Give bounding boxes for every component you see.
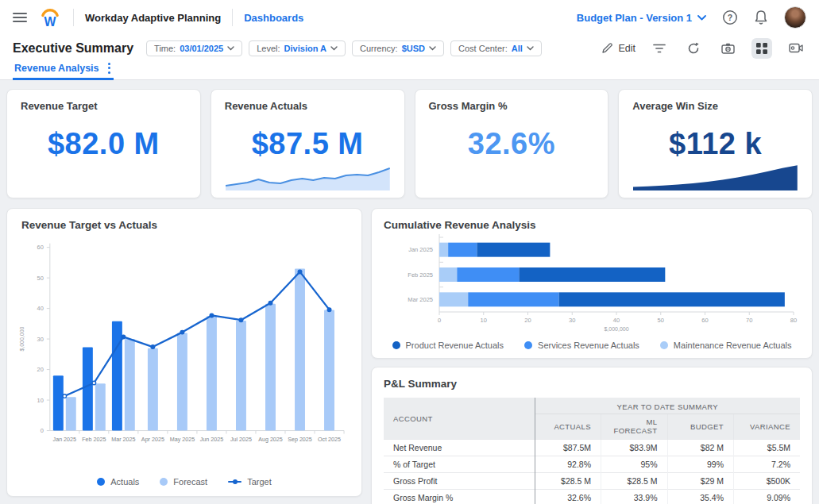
svg-text:20: 20 — [37, 366, 44, 373]
svg-text:May 2025: May 2025 — [170, 437, 195, 443]
kpi-title: Gross Margin % — [429, 100, 595, 112]
value-cell: $82 M — [667, 440, 734, 456]
account-column-header: ACCOUNT — [384, 398, 535, 440]
table-row: % of Target92.8%95%99%7.2% — [384, 456, 800, 473]
value-cell: $5.5M — [734, 440, 801, 456]
svg-text:0: 0 — [438, 317, 441, 324]
svg-text:Oct 2025: Oct 2025 — [318, 437, 341, 443]
legend-item: Actuals — [97, 477, 139, 487]
tab-bar: Revenue Analysis — [0, 61, 819, 80]
legend-label: Target — [247, 477, 272, 487]
target-point — [122, 335, 126, 339]
svg-text:Feb 2025: Feb 2025 — [408, 271, 433, 279]
refresh-icon[interactable] — [683, 38, 704, 59]
toolbar: Executive Summary Time: 03/01/2025 Level… — [0, 35, 819, 61]
pl-summary-card: P&L Summary ACCOUNTYEAR TO DATE SUMMARYA… — [371, 367, 813, 504]
value-cell: 33.9% — [601, 490, 668, 504]
stacked-segment — [559, 292, 785, 306]
table-row: Net Revenue$87.5M$83.9M$82 M$5.5M — [384, 440, 800, 456]
stacked-segment — [477, 243, 550, 257]
edit-button[interactable]: Edit — [601, 42, 635, 54]
legend-line-marker — [228, 481, 241, 483]
page-title: Executive Summary — [13, 41, 133, 56]
filter-time-value: 03/01/2025 — [180, 44, 223, 53]
tab-options-kebab-icon[interactable] — [106, 63, 112, 74]
account-cell: Gross Profit — [384, 473, 535, 490]
kpi-row: Revenue Target $82.0 M Revenue Actuals $… — [6, 89, 813, 198]
value-cell: 9.09% — [734, 490, 801, 504]
divider — [232, 9, 233, 26]
dashboard-content: Revenue Target $82.0 M Revenue Actuals $… — [0, 80, 819, 504]
bar-forecast — [177, 333, 187, 430]
legend-item: Services Revenue Actuals — [524, 340, 639, 350]
target-point — [210, 314, 214, 317]
stacked-segment — [439, 267, 457, 282]
svg-text:$,000,000: $,000,000 — [19, 326, 25, 351]
svg-text:40: 40 — [37, 305, 44, 312]
kpi-card-gross-margin: Gross Margin % 32.6% — [415, 89, 609, 198]
kpi-card-revenue-target: Revenue Target $82.0 M — [6, 89, 201, 198]
svg-text:70: 70 — [746, 317, 752, 324]
bar-forecast — [324, 310, 334, 431]
cumulative-revenue-analysis-card: Cumulative Revenue Analysis 010203040506… — [371, 208, 813, 359]
notifications-icon[interactable] — [754, 10, 768, 25]
legend-item: Product Revenue Actuals — [392, 340, 504, 350]
target-point — [63, 394, 67, 398]
kpi-title: Revenue Actuals — [225, 100, 391, 112]
video-icon[interactable] — [786, 38, 806, 59]
svg-text:50: 50 — [37, 275, 44, 282]
toolbar-actions: Edit — [601, 38, 806, 59]
chevron-down-icon — [227, 46, 234, 51]
cumulative-revenue-analysis-chart: 01020304050607080$,000,000Jan 2025Feb 20… — [384, 231, 800, 339]
svg-text:Feb 2025: Feb 2025 — [82, 437, 106, 443]
bar-forecast — [148, 348, 158, 431]
legend-label: Actuals — [110, 477, 139, 487]
svg-text:Jun 2025: Jun 2025 — [200, 437, 223, 443]
legend-label: Forecast — [173, 477, 207, 487]
filter-time[interactable]: Time: 03/01/2025 — [146, 40, 242, 56]
filter-cost-center[interactable]: Cost Center: All — [450, 40, 542, 56]
stacked-segment — [519, 267, 665, 282]
legend-dot-marker — [524, 341, 532, 349]
legend-item: Target — [228, 477, 272, 487]
svg-text:Sep 2025: Sep 2025 — [288, 437, 312, 443]
value-cell: $87.5M — [535, 440, 601, 456]
chevron-down-icon — [330, 46, 338, 51]
snapshot-camera-icon[interactable] — [717, 38, 738, 59]
chart-title: Revenue Target vs Actuals — [17, 219, 352, 231]
bar-actuals — [83, 347, 93, 430]
legend-dot-marker — [97, 478, 105, 486]
filter-level-label: Level: — [257, 44, 280, 53]
filter-level[interactable]: Level: Division A — [249, 40, 346, 56]
grid-layout-icon[interactable] — [751, 38, 772, 59]
app-title: Workday Adaptive Planning — [85, 12, 221, 24]
legend-label: Services Revenue Actuals — [538, 340, 639, 350]
bar-actuals — [112, 321, 122, 431]
version-selector[interactable]: Budget Plan - Version 1 — [577, 12, 706, 24]
target-point — [180, 330, 184, 334]
svg-text:Mar 2025: Mar 2025 — [111, 437, 135, 443]
bar-forecast — [265, 304, 276, 431]
value-cell: $83.9M — [601, 440, 668, 456]
value-cell: 7.2% — [734, 456, 801, 473]
user-avatar[interactable] — [784, 6, 806, 29]
filter-currency[interactable]: Currency: $USD — [352, 40, 444, 56]
tab-revenue-analysis[interactable]: Revenue Analysis — [13, 61, 114, 80]
kpi-title: Revenue Target — [21, 100, 187, 112]
nav-dashboards-link[interactable]: Dashboards — [244, 12, 303, 24]
chart-legend: Product Revenue ActualsServices Revenue … — [384, 339, 800, 353]
filter-icon[interactable] — [649, 38, 670, 59]
filter-cost-center-value: All — [512, 44, 523, 53]
workday-logo[interactable]: W — [38, 6, 62, 29]
help-icon[interactable]: ? — [722, 10, 738, 25]
menu-icon[interactable] — [13, 12, 27, 23]
combo-chart-svg: 0102030405060Jan 2025Feb 2025Mar 2025Apr… — [17, 234, 352, 472]
kpi-card-average-win-size: Average Win Size $112 k — [618, 89, 813, 198]
account-cell: % of Target — [384, 456, 535, 473]
value-cell: 95% — [601, 456, 668, 473]
value-cell: $28.5 M — [601, 473, 668, 490]
legend-item: Forecast — [160, 477, 207, 487]
stacked-segment — [439, 243, 448, 257]
legend-dot-marker — [392, 341, 400, 349]
table-row: Gross Profit$28.5 M$28.5 M$29 M$500K — [384, 473, 800, 490]
